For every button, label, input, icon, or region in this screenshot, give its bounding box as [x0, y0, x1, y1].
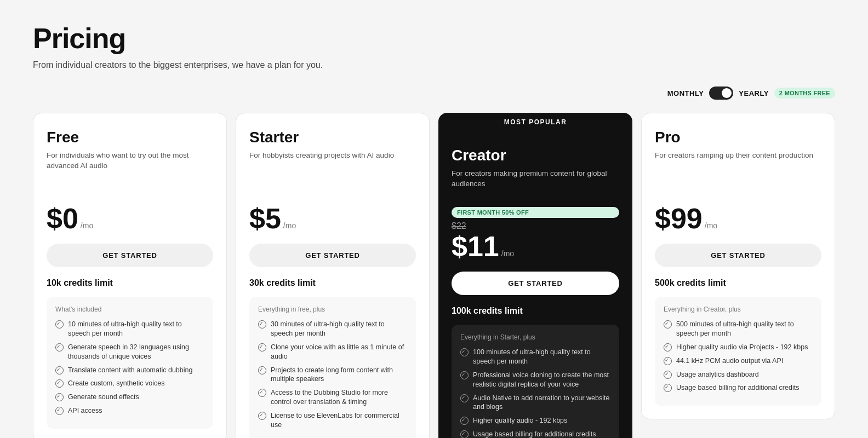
feature-item: Usage analytics dashboard	[664, 370, 813, 379]
check-icon	[460, 394, 469, 402]
feature-item: Generate speech in 32 languages using th…	[55, 343, 204, 361]
check-icon	[460, 371, 469, 379]
price-area: $0 /mo	[47, 189, 213, 233]
feature-text: Projects to create long form content wit…	[271, 366, 407, 384]
price-area: $99 /mo	[655, 189, 821, 233]
feature-text: 10 minutes of ultra-high quality text to…	[68, 320, 204, 338]
price-main: $5 /mo	[249, 204, 416, 233]
feature-text: Generate speech in 32 languages using th…	[68, 343, 204, 361]
page-subtitle: From individual creators to the biggest …	[33, 60, 835, 70]
feature-item: Clone your voice with as little as 1 min…	[258, 343, 407, 361]
feature-item: 100 minutes of ultra-high quality text t…	[460, 348, 610, 366]
check-icon	[664, 343, 672, 351]
check-icon	[664, 357, 672, 365]
price-amount: $0	[47, 204, 78, 233]
check-icon	[258, 389, 266, 397]
feature-text: License to use ElevenLabs for commercial…	[271, 411, 407, 430]
price-main: $99 /mo	[655, 204, 821, 233]
price-per: /mo	[705, 221, 717, 230]
plan-card-creator: Creator For creators making premium cont…	[438, 131, 632, 438]
features-header: What's included	[55, 306, 204, 313]
first-month-badge: FIRST MONTH 50% OFF	[452, 207, 619, 218]
features-header: Everything in free, plus	[258, 306, 407, 313]
check-icon	[55, 320, 64, 328]
feature-item: License to use ElevenLabs for commercial…	[258, 411, 407, 430]
feature-item: 30 minutes of ultra-high quality text to…	[258, 320, 407, 338]
credits-limit: 10k credits limit	[47, 278, 213, 288]
feature-item: Create custom, synthetic voices	[55, 379, 204, 388]
plans-grid: Free For individuals who want to try out…	[33, 113, 835, 438]
feature-text: 100 minutes of ultra-high quality text t…	[473, 348, 610, 366]
most-popular-banner: MOST POPULAR	[438, 113, 632, 131]
get-started-button[interactable]: GET STARTED	[655, 244, 821, 267]
feature-item: API access	[55, 406, 204, 416]
feature-item: Usage based billing for additional credi…	[460, 430, 610, 438]
feature-text: Usage based billing for additional credi…	[473, 430, 596, 438]
check-icon	[258, 412, 266, 420]
check-icon	[664, 371, 672, 379]
feature-text: 500 minutes of ultra-high quality text t…	[676, 320, 813, 338]
free-months-badge: 2 MONTHS FREE	[774, 88, 835, 99]
feature-text: Generate sound effects	[68, 393, 139, 402]
feature-item: Audio Native to add narration to your we…	[460, 394, 610, 412]
feature-text: Audio Native to add narration to your we…	[473, 394, 610, 412]
check-icon	[55, 393, 64, 401]
feature-item: Access to the Dubbing Studio for more co…	[258, 388, 407, 407]
check-icon	[664, 384, 672, 392]
feature-item: 500 minutes of ultra-high quality text t…	[664, 320, 813, 338]
plan-desc: For individuals who want to try out the …	[47, 151, 213, 178]
feature-item: Translate content with automatic dubbing	[55, 366, 204, 375]
price-main: $11 /mo	[452, 232, 619, 261]
price-amount: $5	[249, 204, 281, 233]
check-icon	[258, 320, 266, 328]
monthly-label: MONTHLY	[667, 89, 704, 97]
plan-desc: For creators ramping up their content pr…	[655, 151, 821, 178]
get-started-button[interactable]: GET STARTED	[249, 244, 416, 267]
feature-text: Higher quality audio - 192 kbps	[473, 416, 567, 425]
feature-text: 30 minutes of ultra-high quality text to…	[271, 320, 407, 338]
check-icon	[460, 417, 469, 425]
feature-item: Generate sound effects	[55, 393, 204, 402]
price-original: $22	[452, 221, 619, 231]
feature-text: Professional voice cloning to create the…	[473, 371, 610, 389]
check-icon	[55, 343, 64, 351]
price-per: /mo	[283, 221, 296, 230]
feature-text: API access	[68, 406, 102, 416]
billing-toggle-switch[interactable]	[709, 87, 733, 100]
check-icon	[664, 320, 672, 328]
feature-item: Professional voice cloning to create the…	[460, 371, 610, 389]
features-section: Everything in Creator, plus 500 minutes …	[655, 297, 821, 406]
get-started-button[interactable]: GET STARTED	[452, 272, 619, 295]
check-icon	[460, 430, 469, 438]
feature-item: 10 minutes of ultra-high quality text to…	[55, 320, 204, 338]
features-section: What's included 10 minutes of ultra-high…	[47, 297, 213, 429]
feature-text: Usage analytics dashboard	[676, 370, 759, 379]
price-area: $5 /mo	[249, 189, 416, 233]
feature-item: Usage based billing for additional credi…	[664, 383, 813, 393]
check-icon	[55, 407, 64, 415]
plan-name: Pro	[655, 129, 821, 146]
credits-limit: 100k credits limit	[452, 306, 619, 316]
get-started-button[interactable]: GET STARTED	[47, 244, 213, 267]
feature-text: Higher quality audio via Projects - 192 …	[676, 343, 808, 352]
price-per: /mo	[81, 221, 93, 230]
billing-toggle: MONTHLY YEARLY 2 MONTHS FREE	[33, 87, 835, 100]
plan-name: Starter	[249, 129, 416, 146]
feature-item: Higher quality audio - 192 kbps	[460, 416, 610, 425]
price-amount: $99	[655, 204, 703, 233]
check-icon	[258, 366, 266, 374]
plan-card-pro: Pro For creators ramping up their conten…	[641, 113, 835, 419]
feature-text: Clone your voice with as little as 1 min…	[271, 343, 407, 361]
feature-text: 44.1 kHz PCM audio output via API	[676, 356, 783, 366]
check-icon	[460, 348, 469, 356]
toggle-knob	[722, 88, 732, 98]
credits-limit: 500k credits limit	[655, 278, 821, 288]
feature-item: Projects to create long form content wit…	[258, 366, 407, 384]
feature-text: Access to the Dubbing Studio for more co…	[271, 388, 407, 407]
check-icon	[55, 366, 64, 374]
yearly-label: YEARLY	[739, 89, 769, 97]
plan-card-starter: Starter For hobbyists creating projects …	[236, 113, 430, 438]
features-header: Everything in Starter, plus	[460, 333, 610, 341]
feature-text: Translate content with automatic dubbing	[68, 366, 192, 375]
feature-item: 44.1 kHz PCM audio output via API	[664, 356, 813, 366]
